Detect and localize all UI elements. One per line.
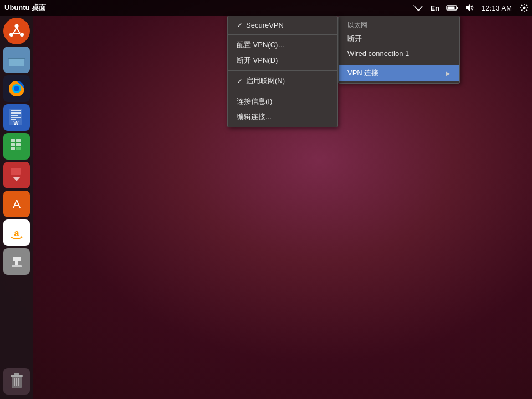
svg-rect-27 [11, 139, 15, 142]
svg-text:W: W [13, 120, 19, 126]
edit-connections[interactable]: 编辑连接... [228, 109, 337, 125]
sound-panel-icon[interactable] [462, 0, 477, 16]
svg-rect-23 [11, 117, 21, 118]
svg-rect-1 [448, 7, 455, 9]
svg-line-9 [13, 28, 17, 33]
launcher-writer[interactable]: W [3, 104, 30, 131]
top-panel: Ubuntu 桌面 En [0, 0, 532, 16]
svg-rect-14 [9, 57, 16, 59]
vpn-configure[interactable]: 配置 VPN(C)… [228, 37, 337, 53]
svg-rect-12 [9, 57, 24, 66]
wired-connection[interactable]: Wired connection 1 [339, 47, 459, 60]
launcher-software[interactable]: A [3, 191, 30, 217]
launcher-trash[interactable] [3, 368, 30, 395]
svg-marker-35 [13, 177, 21, 181]
keyboard-label: En [430, 4, 439, 12]
enable-network[interactable]: ✓ 启用联网(N) [228, 73, 337, 89]
svg-text:a: a [14, 228, 19, 238]
svg-text:A: A [13, 197, 21, 211]
enable-network-check-icon: ✓ [237, 77, 243, 85]
svg-rect-29 [11, 143, 15, 146]
svg-rect-41 [12, 265, 22, 267]
battery-panel-icon[interactable] [443, 0, 462, 16]
desktop: Ubuntu 桌面 En [0, 0, 532, 399]
menu-separator-1 [339, 63, 459, 63]
panel-right: En 12:13 AM [410, 0, 532, 16]
network-menu: 以太网 断开 Wired connection 1 VPN 连接 ▶ [338, 16, 460, 84]
menu-separator-vpn2 [228, 70, 337, 71]
svg-rect-44 [14, 373, 19, 375]
vpn-arrow-icon: ▶ [446, 70, 451, 76]
svg-rect-43 [11, 375, 23, 377]
svg-rect-40 [8, 253, 25, 270]
svg-rect-34 [11, 168, 21, 175]
keyboard-panel-icon[interactable]: En [427, 0, 443, 16]
vpn-connections-item[interactable]: VPN 连接 ▶ [339, 65, 459, 81]
settings-panel-icon[interactable] [516, 0, 532, 16]
launcher-calc[interactable] [3, 133, 30, 160]
vpn-disconnect[interactable]: 断开 VPN(D) [228, 53, 337, 68]
svg-rect-15 [8, 58, 25, 59]
securevpn-check-icon: ✓ [237, 21, 243, 29]
svg-rect-36 [8, 195, 25, 213]
launcher-impress[interactable] [3, 162, 30, 188]
panel-left: Ubuntu 桌面 [0, 3, 46, 13]
svg-rect-38 [8, 224, 25, 242]
svg-rect-2 [457, 7, 458, 9]
svg-rect-22 [11, 115, 18, 116]
svg-rect-24 [11, 119, 16, 120]
launcher: W A [0, 16, 33, 399]
svg-rect-13 [9, 58, 24, 66]
svg-rect-42 [12, 376, 22, 388]
svg-rect-20 [11, 110, 21, 111]
svg-point-16 [9, 81, 24, 96]
svg-point-4 [523, 7, 526, 9]
launcher-ubuntu[interactable] [3, 18, 30, 44]
svg-point-18 [14, 86, 19, 91]
network-section-title: 以太网 [339, 18, 459, 31]
launcher-amazon[interactable]: a [3, 219, 30, 246]
vpn-securevpn[interactable]: ✓ SecureVPN [228, 18, 337, 32]
vpn-submenu: ✓ SecureVPN 配置 VPN(C)… 断开 VPN(D) ✓ 启用联网(… [227, 16, 338, 127]
menu-separator-vpn3 [228, 91, 337, 91]
svg-rect-30 [16, 143, 21, 146]
svg-rect-32 [16, 147, 21, 150]
clock[interactable]: 12:13 AM [477, 0, 516, 16]
svg-point-8 [20, 33, 24, 37]
svg-rect-19 [9, 109, 22, 125]
svg-marker-3 [466, 4, 470, 11]
svg-rect-21 [11, 112, 21, 114]
svg-rect-31 [11, 147, 15, 150]
connection-info[interactable]: 连接信息(I) [228, 94, 337, 109]
network-panel-icon[interactable] [410, 0, 427, 16]
svg-point-6 [15, 24, 19, 28]
svg-rect-33 [9, 166, 22, 183]
svg-rect-28 [16, 139, 21, 142]
desktop-title: Ubuntu 桌面 [4, 3, 46, 13]
svg-point-17 [12, 84, 21, 93]
svg-point-7 [9, 33, 13, 37]
launcher-firefox[interactable] [3, 75, 30, 102]
menu-separator-vpn1 [228, 34, 337, 35]
launcher-tools[interactable] [3, 248, 30, 275]
svg-rect-26 [9, 137, 22, 154]
network-disconnect[interactable]: 断开 [339, 31, 459, 47]
svg-point-5 [8, 23, 25, 39]
launcher-files[interactable] [3, 47, 30, 73]
svg-line-10 [17, 28, 20, 33]
